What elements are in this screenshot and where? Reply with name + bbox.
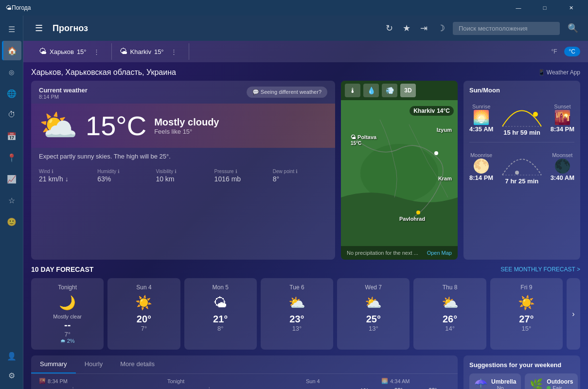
sunrise-icon: 🌅 — [469, 109, 493, 125]
map-precip-button[interactable]: 💧 — [363, 84, 379, 97]
map-card: 🌡 💧 💨 3D — [341, 81, 458, 260]
temp-label-11: 11° — [107, 387, 142, 389]
map-svg — [341, 100, 458, 246]
location-tab-kharkiv-en[interactable]: 🌤 Kharkiv 15° ⋮ — [112, 43, 189, 60]
sidebar-location-icon[interactable]: ◎ — [2, 62, 21, 82]
cw-desc: Mostly cloudy Feels like 15° — [154, 117, 219, 135]
map-temp-button[interactable]: 🌡 — [345, 84, 360, 97]
map-dot-2 — [434, 151, 438, 155]
sunrise-label: Sunrise — [469, 104, 493, 109]
sunset-label: Sunset — [551, 104, 574, 109]
forecast-low-1: 7° — [112, 325, 175, 332]
marker-sunrise: 🌅 4:34 AM — [381, 378, 450, 384]
temp-unit-f[interactable]: °F — [546, 47, 562, 56]
dew-point-value: 8° — [273, 175, 327, 183]
sidebar-globe-icon[interactable]: 🌐 — [2, 84, 21, 103]
umbrella-title: Umbrella — [491, 378, 516, 385]
pin-icon[interactable]: ⇥ — [418, 21, 429, 35]
close-button[interactable]: ✕ — [560, 0, 582, 16]
forecast-day-1: Sun 4 — [112, 284, 175, 291]
sidebar-menu-icon[interactable]: ☰ — [2, 19, 21, 39]
map-wind-button[interactable]: 💨 — [382, 84, 397, 97]
map-label-kram: Kram — [438, 176, 452, 181]
sidebar-settings-icon[interactable]: ⚙ — [2, 366, 21, 385]
topbar-menu-button[interactable]: ☰ — [31, 21, 47, 35]
sunset-icon: 🌇 — [551, 109, 574, 125]
suggestion-outdoors: 🌿 Outdoors Fair — [525, 373, 578, 389]
moon-icon[interactable]: ☽ — [435, 21, 447, 35]
map-3d-button[interactable]: 3D — [400, 84, 416, 97]
bottom-grid: Summary Hourly More details 🌇 8:34 PM To… — [23, 355, 588, 389]
wind-label: Wind ℹ — [39, 169, 93, 174]
map-dot — [416, 211, 420, 214]
outdoors-status-dot — [547, 386, 551, 389]
svg-point-2 — [533, 112, 538, 117]
wind-value: 21 km/h ↓ — [39, 175, 93, 183]
refresh-icon[interactable]: ↻ — [384, 21, 395, 35]
sidebar-radar-icon[interactable]: 📍 — [2, 148, 21, 167]
marker-tonight: Tonight — [107, 378, 245, 384]
marker-sun4: Sun 4 — [245, 378, 382, 384]
dew-point-label: Dew point ℹ — [273, 169, 327, 174]
forecast-header: 10 DAY FORECAST SEE MONTHLY FORECAST > — [31, 265, 580, 273]
search-input[interactable] — [453, 22, 560, 35]
map-content[interactable]: Kharkiv 14°C 🌤 Poltava15°C Izyum Kram Pa… — [341, 100, 458, 246]
forecast-icon-6: ☀️ — [495, 295, 558, 311]
minimize-button[interactable]: — — [507, 0, 530, 16]
pressure-value: 1016 mb — [214, 175, 269, 183]
location-tab-more-2[interactable]: ⋮ — [167, 48, 181, 55]
forecast-section: 10 DAY FORECAST SEE MONTHLY FORECAST > T… — [23, 265, 588, 355]
temp-labels-overlay: 15° 13° 11° 10° 8° 8° 13° 16° 17° 19° 20… — [39, 387, 450, 389]
outdoors-icon: 🌿 — [530, 378, 543, 389]
forecast-day-0: Tonight — [36, 284, 99, 291]
sidebar-home-icon[interactable]: 🏠 — [2, 41, 21, 60]
temp-chart: 15° 13° 11° 10° 8° 8° 13° 16° 17° 19° 20… — [39, 387, 450, 389]
forecast-rain-0: 🌧 2% — [36, 338, 99, 344]
topbar: ☰ Прогноз ↻ ★ ⇥ ☽ 🔍 — [23, 16, 588, 41]
temp-unit-c[interactable]: °C — [564, 47, 580, 56]
sidebar-star-icon[interactable]: ☆ — [2, 191, 21, 210]
temp-unit-switcher: °F °C — [546, 47, 580, 56]
forecast-day-2: Mon 5 — [189, 284, 252, 291]
tab-hourly[interactable]: Hourly — [76, 355, 112, 373]
moonrise-info: Moonrise 🌕 8:14 PM — [469, 152, 493, 181]
forecast-next-button[interactable]: › — [567, 278, 580, 350]
maximize-button[interactable]: □ — [534, 0, 556, 16]
location-tab-name-1: Харьков — [50, 48, 74, 55]
tab-more-details[interactable]: More details — [111, 355, 163, 373]
umbrella-status-text: No need — [497, 385, 517, 389]
see-monthly-link[interactable]: SEE MONTHLY FORECAST > — [500, 266, 580, 273]
main-content: ☰ Прогноз ↻ ★ ⇥ ☽ 🔍 🌤 Харьков 15° ⋮ 🌤 Kh… — [23, 16, 588, 389]
cw-header: Current weather 8:14 PM 💬 Seeing differe… — [31, 81, 335, 104]
temp-label-10: 10° — [142, 387, 176, 389]
weather-app-link[interactable]: 📱 Weather App — [538, 69, 581, 76]
pressure-info-icon: ℹ — [235, 169, 237, 174]
sunset-time: 8:34 PM — [551, 125, 574, 133]
temp-label-20b: 20° — [416, 387, 450, 389]
sidebar-user-icon[interactable]: 👤 — [2, 346, 21, 366]
sidebar-emoji-icon[interactable]: 🙂 — [2, 212, 21, 231]
favorite-icon[interactable]: ★ — [401, 21, 412, 35]
tab-bar: Summary Hourly More details — [31, 355, 458, 374]
search-icon[interactable]: 🔍 — [566, 21, 580, 35]
forecast-high-1: 20° — [112, 314, 175, 325]
sidebar-chart-icon[interactable]: 📈 — [2, 169, 21, 189]
map-label-poltava: 🌤 Poltava15°C — [351, 134, 376, 146]
sidebar-calendar-icon[interactable]: 📅 — [2, 126, 21, 146]
location-tab-kharkiv-ru[interactable]: 🌤 Харьков 15° ⋮ — [31, 43, 112, 60]
location-tab-more-1[interactable]: ⋮ — [89, 48, 104, 55]
suggestion-umbrella: ☂️ Umbrella No need — [469, 373, 521, 389]
location-tab-temp-2: 15° — [154, 48, 164, 55]
summary-card: Summary Hourly More details 🌇 8:34 PM To… — [31, 355, 458, 389]
stat-humidity: Humidity ℹ 63% — [97, 169, 152, 183]
forecast-text: Expect partly sunny skies. The high will… — [31, 148, 335, 165]
open-map-link[interactable]: Open Map — [427, 250, 452, 256]
forecast-icon-3: ⛅ — [266, 295, 328, 311]
stat-pressure: Pressure ℹ 1016 mb — [214, 169, 269, 183]
tab-summary[interactable]: Summary — [31, 355, 76, 373]
map-toolbar: 🌡 💧 💨 3D — [341, 81, 458, 100]
cw-title: Current weather — [39, 87, 88, 94]
feedback-button[interactable]: 💬 Seeing different weather? — [247, 87, 327, 98]
map-kharkiv-temp: 14°C — [437, 107, 450, 114]
sidebar-clock-icon[interactable]: ⏱ — [2, 105, 21, 124]
